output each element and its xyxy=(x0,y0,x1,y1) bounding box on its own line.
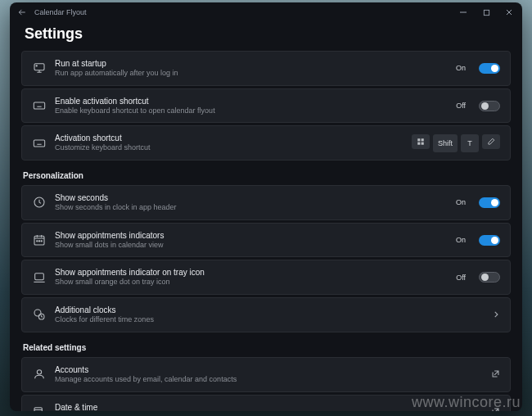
toggle-state-label: Off xyxy=(456,274,466,282)
toggle-state-label: On xyxy=(456,198,466,206)
open-external-icon xyxy=(491,367,500,382)
close-button[interactable] xyxy=(498,2,521,22)
setting-title: Additional clocks xyxy=(55,305,484,315)
setting-title: Enable activation shortcut xyxy=(55,96,448,106)
setting-subtitle: Run app automatically after you log in xyxy=(55,69,448,79)
key-shift[interactable]: Shift xyxy=(433,134,458,152)
svg-rect-4 xyxy=(34,140,44,147)
toggle-switch[interactable] xyxy=(479,101,500,111)
setting-title: Show appointments indicator on tray icon xyxy=(55,267,448,278)
setting-subtitle: Customize keyboard shortcut xyxy=(55,143,404,153)
svg-rect-3 xyxy=(34,102,44,109)
svg-point-13 xyxy=(41,241,42,242)
setting-subtitle: Show small dots in calendar view xyxy=(55,241,448,251)
app-title: Calendar Flyout xyxy=(34,8,87,16)
shortcut-keys: Shift T xyxy=(412,134,500,152)
globe-clock-icon xyxy=(32,307,47,322)
svg-rect-0 xyxy=(484,10,489,15)
svg-rect-14 xyxy=(35,273,44,279)
keyboard-icon xyxy=(32,136,47,151)
svg-rect-8 xyxy=(422,142,424,144)
setting-show-seconds[interactable]: Show seconds Show seconds in clock in ap… xyxy=(21,185,511,220)
chevron-right-icon xyxy=(492,307,500,322)
calendar-icon xyxy=(32,233,47,247)
page-title: Settings xyxy=(10,22,522,51)
toggle-switch[interactable] xyxy=(479,235,500,246)
setting-subtitle: Clocks for different time zones xyxy=(55,315,484,325)
setting-subtitle: Manage accounts used by email, calendar … xyxy=(55,375,483,385)
toggle-state-label: On xyxy=(456,64,466,72)
keyboard-icon xyxy=(32,98,47,113)
setting-title: Show appointments indicators xyxy=(55,230,448,241)
setting-run-at-startup[interactable]: Run at startup Run app automatically aft… xyxy=(21,51,511,86)
key-win[interactable] xyxy=(412,134,430,149)
toggle-state-label: Off xyxy=(456,102,466,110)
setting-title: Date & time xyxy=(55,402,483,412)
section-header-related: Related settings xyxy=(21,335,511,357)
setting-title: Accounts xyxy=(55,364,483,375)
settings-scroll[interactable]: Run at startup Run app automatically aft… xyxy=(10,51,522,411)
section-header-personalization: Personalization xyxy=(21,163,511,185)
setting-subtitle: Enable keyboard shortcut to open calenda… xyxy=(55,106,448,116)
edit-shortcut-button[interactable] xyxy=(482,134,500,149)
toggle-state-label: On xyxy=(456,236,466,244)
toggle-switch[interactable] xyxy=(479,272,500,283)
clock-icon xyxy=(32,195,47,210)
related-accounts[interactable]: Accounts Manage accounts used by email, … xyxy=(21,357,511,392)
svg-rect-5 xyxy=(417,138,420,141)
setting-title: Show seconds xyxy=(55,192,448,203)
setting-title: Activation shortcut xyxy=(55,133,404,143)
setting-activation-shortcut[interactable]: Activation shortcut Customize keyboard s… xyxy=(21,125,511,161)
open-external-icon xyxy=(491,405,500,411)
svg-point-17 xyxy=(37,370,41,374)
svg-point-2 xyxy=(36,66,37,66)
setting-subtitle: Show seconds in clock in app header xyxy=(55,203,448,213)
toggle-switch[interactable] xyxy=(479,197,500,208)
svg-point-15 xyxy=(34,310,41,316)
setting-additional-clocks[interactable]: Additional clocks Clocks for different t… xyxy=(21,297,511,332)
setting-tray-indicator[interactable]: Show appointments indicator on tray icon… xyxy=(21,260,511,295)
tray-icon xyxy=(32,270,47,285)
app-window: Calendar Flyout Settings Run at startup … xyxy=(10,2,522,411)
svg-rect-7 xyxy=(417,142,420,144)
toggle-switch[interactable] xyxy=(479,63,500,74)
setting-title: Run at startup xyxy=(55,58,448,69)
date-time-icon xyxy=(32,405,47,411)
svg-point-11 xyxy=(37,241,38,242)
svg-rect-1 xyxy=(34,64,44,70)
titlebar: Calendar Flyout xyxy=(10,2,522,22)
svg-point-12 xyxy=(38,241,39,242)
svg-rect-6 xyxy=(422,138,424,141)
accounts-icon xyxy=(32,367,47,382)
related-date-time[interactable]: Date & time Time zones, aoutmatic clock … xyxy=(21,395,511,412)
maximize-button[interactable] xyxy=(475,2,498,22)
setting-appointments-indicators[interactable]: Show appointments indicators Show small … xyxy=(21,223,511,258)
minimize-button[interactable] xyxy=(452,2,475,22)
back-button[interactable] xyxy=(16,7,28,18)
setting-subtitle: Show small orange dot on tray icon xyxy=(55,278,448,287)
key-letter[interactable]: T xyxy=(461,134,479,152)
setting-enable-activation-shortcut[interactable]: Enable activation shortcut Enable keyboa… xyxy=(21,88,511,124)
startup-icon xyxy=(32,61,47,75)
